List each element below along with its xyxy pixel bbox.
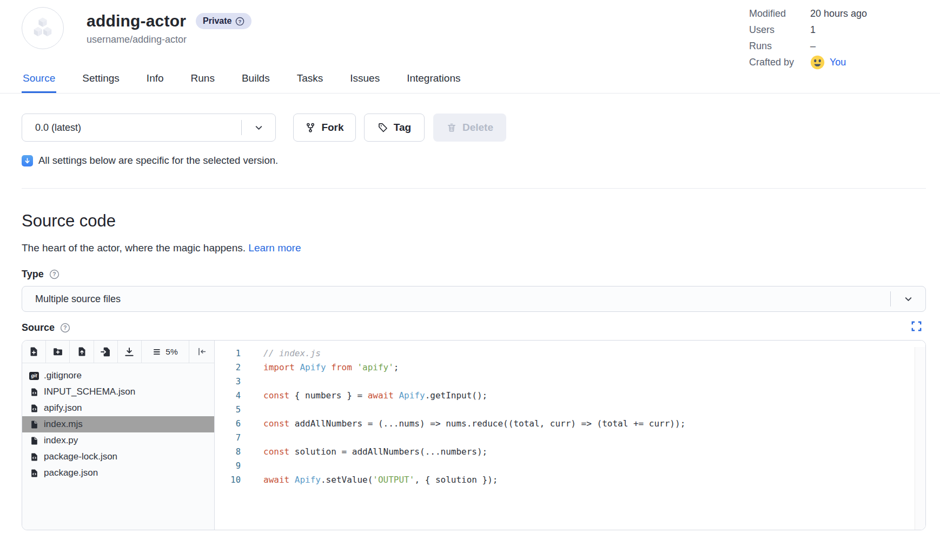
file-name: index.py — [44, 435, 78, 446]
type-label-text: Type — [22, 269, 44, 280]
git-icon: git — [29, 371, 39, 381]
upload-file-icon[interactable] — [70, 341, 94, 363]
tab-issues[interactable]: Issues — [349, 64, 381, 93]
tab-tasks[interactable]: Tasks — [296, 64, 325, 93]
code-token: solution = addAllNumbers(...numbers); — [289, 446, 487, 457]
description-text: The heart of the actor, where the magic … — [22, 242, 246, 254]
actor-meta: Modified20 hours agoUsers1Runs–Crafted b… — [749, 7, 867, 72]
file-row-index-mjs[interactable]: index.mjs — [22, 416, 214, 432]
code-line: 8const solution = addAllNumbers(...numbe… — [215, 445, 925, 459]
file-row-gitignore[interactable]: git.gitignore — [22, 368, 214, 384]
fork-icon — [305, 122, 316, 133]
you-link[interactable]: You — [830, 57, 846, 68]
page-title: adding-actor — [87, 12, 186, 30]
source-label-text: Source — [22, 322, 55, 334]
code-token: await — [368, 390, 394, 401]
type-field-label: Type ? — [22, 269, 926, 280]
code-line: 1// index.js — [215, 346, 925, 361]
meta-value-text: – — [810, 41, 816, 52]
line-content: await Apify.setValue('OUTPUT', { solutio… — [248, 473, 498, 487]
meta-value: 1 — [810, 24, 816, 36]
meta-label: Users — [749, 24, 810, 36]
code-token: Apify — [300, 362, 326, 372]
meta-label: Modified — [749, 8, 810, 19]
line-number: 4 — [215, 389, 248, 403]
new-file-icon[interactable] — [22, 341, 46, 363]
code-token: 'apify' — [357, 362, 393, 372]
line-number: 8 — [215, 445, 248, 459]
code-token: Apify — [295, 475, 321, 485]
code-token: .setValue( — [321, 475, 373, 485]
question-circle-icon[interactable]: ? — [235, 17, 244, 26]
version-select[interactable]: 0.0 (latest) — [22, 114, 276, 142]
code-token: const — [263, 418, 289, 429]
code-token: from — [331, 362, 352, 372]
code-token: await — [263, 475, 289, 485]
line-number: 9 — [215, 459, 248, 473]
line-number: 3 — [215, 375, 248, 389]
tab-builds[interactable]: Builds — [241, 64, 271, 93]
line-content: const { numbers } = await Apify.getInput… — [248, 389, 487, 403]
tag-icon — [378, 122, 388, 133]
source-help-icon[interactable]: ? — [60, 323, 70, 333]
chevron-down-icon — [242, 123, 275, 133]
type-help-icon[interactable]: ? — [49, 269, 59, 279]
code-token: addAllNumbers = (...nums) => nums.reduce… — [289, 418, 685, 429]
file-row-package-lock-json[interactable]: package-lock.json — [22, 449, 214, 465]
download-icon[interactable] — [118, 341, 142, 363]
tab-runs[interactable]: Runs — [190, 64, 216, 93]
meta-row: Modified20 hours ago — [749, 7, 867, 20]
file-icon — [29, 436, 39, 445]
code-line: 6const addAllNumbers = (...nums) => nums… — [215, 417, 925, 431]
line-number: 5 — [215, 403, 248, 417]
tab-info[interactable]: Info — [145, 64, 165, 93]
trash-icon — [446, 122, 457, 133]
code-lines: 1// index.js2import Apify from 'apify';3… — [215, 346, 925, 487]
file-name: apify.json — [44, 403, 82, 414]
fullscreen-icon[interactable] — [910, 320, 923, 335]
cubes-icon — [29, 14, 57, 42]
meta-value-text: 1 — [810, 24, 816, 36]
meta-label: Runs — [749, 41, 810, 52]
code-token: { numbers } = — [289, 390, 368, 401]
code-token: .getInput(); — [425, 390, 488, 401]
file-row-package-json[interactable]: package.json — [22, 465, 214, 481]
actor-avatar — [22, 7, 64, 49]
line-number: 10 — [215, 473, 248, 487]
code-token — [289, 475, 295, 485]
tab-integrations[interactable]: Integrations — [406, 64, 461, 93]
code-line: 2import Apify from 'apify'; — [215, 361, 925, 375]
tag-button[interactable]: Tag — [364, 114, 425, 142]
line-number: 7 — [215, 431, 248, 445]
code-token: , { solution }); — [414, 475, 498, 485]
import-file-icon[interactable] — [94, 341, 118, 363]
line-content: // index.js — [248, 346, 321, 361]
fork-button[interactable]: Fork — [293, 114, 356, 142]
svg-text:?: ? — [63, 325, 67, 331]
tag-button-label: Tag — [394, 122, 411, 134]
collapse-panel-icon[interactable] — [189, 341, 214, 363]
line-content — [248, 375, 263, 389]
actor-full-name: username/adding-actor — [87, 34, 251, 45]
file-tree: 5% git.gitignoreINPUT_SCHEMA.jsonapify.j… — [22, 341, 215, 530]
code-file-icon — [29, 403, 39, 413]
file-row-apify-json[interactable]: apify.json — [22, 400, 214, 416]
source-field-row: Source ? — [22, 322, 926, 334]
file-row-input-schema-json[interactable]: INPUT_SCHEMA.json — [22, 384, 214, 400]
storage-usage-indicator[interactable]: 5% — [142, 341, 189, 363]
new-folder-icon[interactable] — [46, 341, 70, 363]
version-select-value: 0.0 (latest) — [22, 122, 241, 134]
learn-more-link[interactable]: Learn more — [248, 242, 301, 254]
svg-text:?: ? — [239, 18, 242, 24]
delete-button[interactable]: Delete — [433, 114, 506, 142]
code-editor[interactable]: 1// index.js2import Apify from 'apify';3… — [215, 341, 925, 530]
smiley-emoji — [810, 55, 825, 70]
private-badge-label: Private — [203, 16, 231, 26]
file-name: .gitignore — [44, 370, 82, 381]
chevron-down-icon — [891, 294, 925, 304]
file-row-index-py[interactable]: index.py — [22, 432, 214, 449]
tab-source[interactable]: Source — [22, 64, 56, 93]
editor-scrollbar[interactable] — [915, 347, 925, 530]
tab-settings[interactable]: Settings — [81, 64, 121, 93]
type-select[interactable]: Multiple source files — [22, 286, 926, 312]
